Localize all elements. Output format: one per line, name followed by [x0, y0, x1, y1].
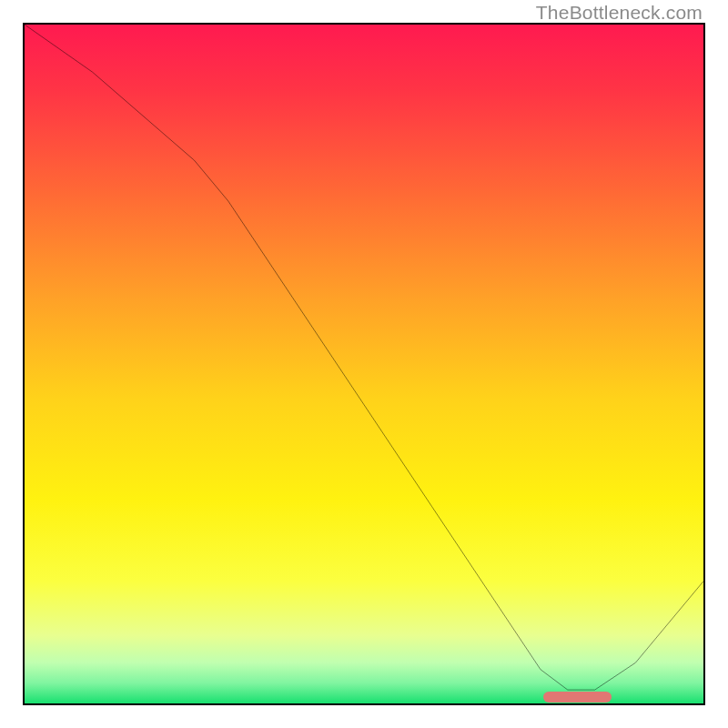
- watermark-text: TheBottleneck.com: [536, 2, 703, 24]
- chart-curve: [25, 25, 703, 703]
- optimal-range-marker: [543, 692, 612, 703]
- chart-container: [23, 23, 705, 705]
